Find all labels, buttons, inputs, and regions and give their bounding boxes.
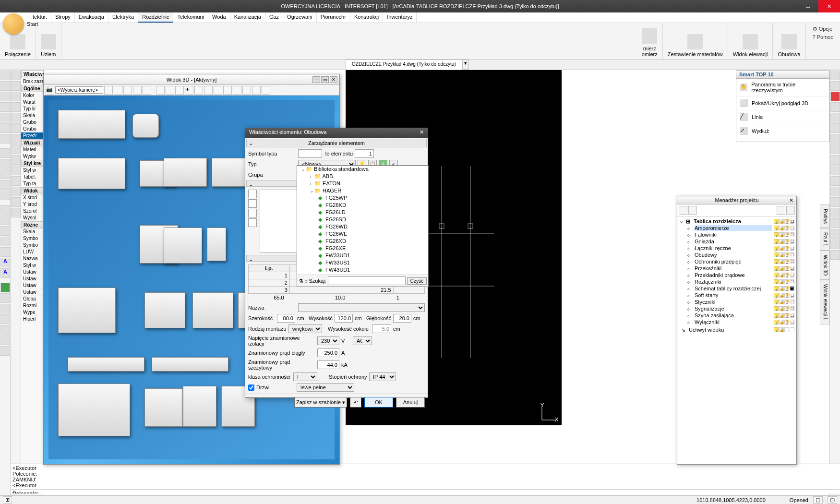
ribbon-tab[interactable]: Elektryka [108, 12, 138, 23]
tree-item[interactable]: ◆ FG26XD [297, 238, 428, 245]
rtool-add-icon[interactable] [830, 102, 840, 112]
ribbon-tab[interactable]: Telekomuni [173, 12, 208, 23]
tree-item[interactable]: ◆ FW33UD1 [297, 252, 428, 259]
pm-item[interactable]: ⬦Soft starty💡🔒🏆☐ [678, 292, 795, 299]
select-stopien[interactable]: IP 44 [369, 372, 396, 381]
props-section-styl[interactable]: Styl kre [21, 160, 44, 167]
props-row[interactable]: Ustaw [21, 276, 44, 282]
snap-perp-icon[interactable] [11, 155, 21, 165]
snap-app-icon[interactable] [11, 187, 21, 196]
side-tab[interactable]: Widok 3D [820, 251, 829, 280]
props-row[interactable]: Hiperl [21, 316, 44, 323]
tool-pan-icon[interactable] [0, 293, 10, 303]
rtool-icon[interactable] [830, 166, 840, 175]
select-klasa[interactable]: I [293, 372, 317, 381]
render-icon[interactable] [214, 86, 222, 95]
settings-icon[interactable] [262, 86, 270, 95]
pm-item[interactable]: ⬦Przekaźniki💡🔒🏆☐ [678, 265, 795, 272]
pm-item[interactable]: ⬦Falowniki💡🔒🏆☐ [678, 231, 795, 238]
pm-item[interactable]: ⬦Schemat tablicy rozdzielczej💡🔒🏆■ [678, 285, 795, 292]
btn-zapisz-szablon[interactable]: Zapisz w szablonie ▾ [294, 397, 347, 408]
clear-button[interactable]: Czyść [407, 277, 427, 285]
ribbon-group-uziem[interactable]: Uziem [36, 23, 61, 59]
collapse-icon[interactable]: ⌄ [249, 140, 253, 146]
props-row[interactable]: Nazwa [21, 255, 44, 262]
tool-polyline-icon[interactable] [0, 81, 10, 91]
pm-tool-icon[interactable] [679, 206, 687, 215]
preview-tool-icon[interactable] [248, 209, 257, 217]
smart-item[interactable]: ⬜Pokaż/Ukryj podgląd 3D [736, 96, 829, 110]
side-tab[interactable]: Widok elewacji 1 [820, 280, 829, 324]
ribbon-tab[interactable]: Konstrukcj [350, 12, 383, 23]
status-btn[interactable]: ⊞ [3, 496, 12, 504]
pm-tool-icon[interactable] [786, 206, 795, 215]
tool-undo-icon[interactable] [0, 283, 10, 292]
tree-item[interactable]: ◆ FG26WD [297, 223, 428, 230]
props-section-rozne[interactable]: Różne [21, 221, 44, 228]
sun-icon[interactable] [133, 86, 142, 95]
view-iso-icon[interactable] [175, 86, 184, 95]
preview-tool-icon[interactable] [248, 190, 257, 198]
select-drzwi[interactable]: lewe pełne [297, 383, 354, 392]
rtool-icon[interactable] [830, 144, 840, 154]
rtool-icon[interactable] [830, 113, 840, 122]
side-tab[interactable]: Podryś [820, 204, 829, 228]
cmd-prompt[interactable]: Polecenie: [11, 489, 840, 493]
tree-brand[interactable]: ›📁 EATON [297, 180, 428, 187]
props-row[interactable]: LUW [21, 249, 44, 255]
person-icon[interactable] [194, 86, 203, 95]
pm-item[interactable]: ⬦Obudowy💡🔒🏆☐ [678, 252, 795, 258]
props-section-wizuali[interactable]: Wizuali [21, 139, 44, 146]
camera-combo[interactable]: <Wybierz kamerę> [55, 86, 103, 94]
doc-tab[interactable]: OZDZIELCZE Przykład 4.dwg (Tylko do odcz… [346, 60, 462, 70]
walk-icon[interactable] [123, 86, 132, 95]
viewport-maximize-icon[interactable]: ▭ [321, 76, 329, 83]
pm-item[interactable]: ⬦Ochronniki przepięć💡🔒🏆☐ [678, 258, 795, 265]
ribbon-tab[interactable]: Ewakuacja [75, 12, 108, 23]
plane-icon[interactable]: ✈ [185, 86, 193, 95]
ribbon-tab-active[interactable]: Rozdzielnic [138, 12, 173, 23]
section-zarzadzanie[interactable]: ⌄ Zarządzanie elementem [246, 139, 427, 147]
props-row[interactable]: Materi [21, 146, 44, 153]
tree-item[interactable]: ◆ FG26XE [297, 245, 428, 252]
tool-zoom-in-icon[interactable] [0, 314, 10, 324]
snap-ins-icon[interactable] [11, 144, 21, 154]
maximize-button[interactable]: ▭ [797, 0, 818, 12]
tree-item[interactable]: ◆ FG26WE [297, 230, 428, 238]
props-row[interactable]: Wype [21, 309, 44, 316]
side-tab[interactable]: Rzut 1 [820, 228, 829, 251]
tool-refresh-icon[interactable] [0, 346, 10, 356]
tool-zoom-ext-icon[interactable] [0, 336, 10, 345]
select-ac[interactable]: AC [353, 336, 372, 345]
viewport-close-icon[interactable]: ✕ [330, 76, 337, 83]
props-row[interactable]: Rozmi [21, 302, 44, 309]
pm-tool-icon[interactable] [777, 206, 785, 215]
ribbon-tab[interactable]: Gaz [265, 12, 283, 23]
tree-root[interactable]: ⌄📁 Biblioteka standardowa [297, 166, 428, 173]
smart-item[interactable]: ✋Panorama w trybie rzeczywistym [736, 79, 829, 96]
tool-move-icon[interactable] [0, 205, 10, 215]
props-row[interactable]: Tabel. [21, 174, 44, 180]
start-orb[interactable] [3, 13, 24, 35]
btn-ok[interactable]: OK [364, 397, 393, 408]
snap-mid-icon[interactable] [11, 81, 21, 91]
props-row[interactable]: Y środ [21, 201, 44, 208]
rtool-icon[interactable] [830, 208, 840, 217]
select-rodzaj-montazu[interactable]: wnękowa [288, 324, 322, 333]
dialog-titlebar[interactable]: Właściwości elementu: Obudowa ✕ [245, 128, 428, 138]
props-row[interactable]: Typ ta [21, 180, 44, 187]
rtool-icon[interactable] [830, 155, 840, 165]
tree-item[interactable]: ◆ FG26SD [297, 216, 428, 223]
snap-none-icon[interactable] [11, 208, 21, 217]
rtool-icon[interactable] [830, 218, 840, 228]
pm-item[interactable]: ⬦Przekładniki prądowe💡🔒🏆☐ [678, 272, 795, 278]
snap-node-icon[interactable] [11, 102, 21, 112]
preview-tool-icon[interactable] [248, 199, 257, 208]
props-row[interactable]: Ustaw [21, 282, 44, 289]
save-icon[interactable] [252, 86, 261, 95]
ribbon-group-zestawienie[interactable]: Zestawienie materiałów [663, 23, 728, 59]
rtool-close-icon[interactable] [830, 92, 840, 101]
rtool-icon[interactable] [830, 250, 840, 260]
search-input[interactable] [328, 276, 406, 285]
select-nazwa[interactable] [298, 303, 425, 312]
